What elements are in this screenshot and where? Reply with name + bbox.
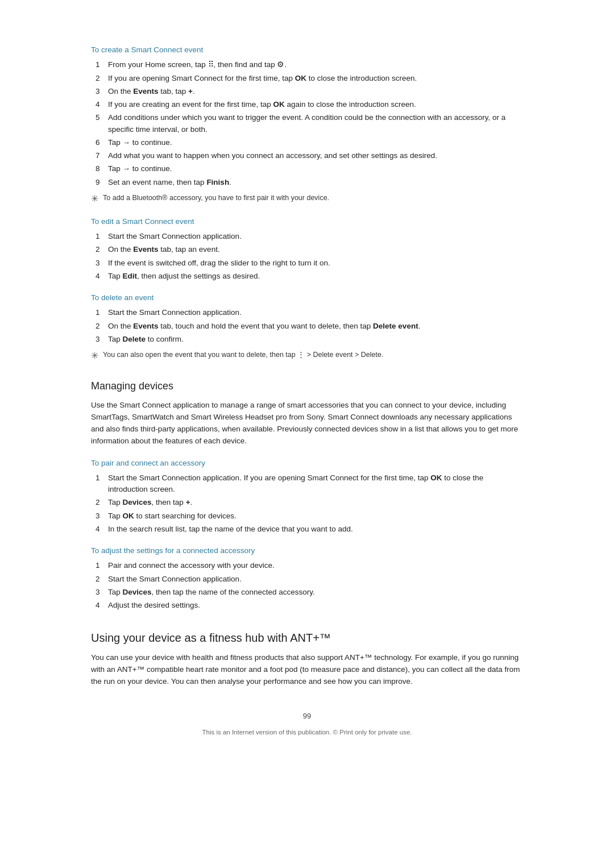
adjust-settings-steps: Pair and connect the accessory with your… [91,560,523,611]
list-item: From your Home screen, tap ⠿, then find … [91,59,523,70]
list-item: Start the Smart Connection application. [91,574,523,585]
edit-event-heading: To edit a Smart Connect event [91,216,523,227]
edit-event-section: To edit a Smart Connect event Start the … [91,216,523,282]
managing-devices-title: Managing devices [91,379,523,394]
list-item: If you are creating an event for the fir… [91,99,523,110]
page: To create a Smart Connect event From you… [0,0,614,868]
create-event-heading: To create a Smart Connect event [91,44,523,56]
tip-text: To add a Bluetooth® accessory, you have … [103,193,523,203]
delete-event-heading: To delete an event [91,292,523,304]
adjust-settings-heading: To adjust the settings for a connected a… [91,545,523,556]
list-item: If you are opening Smart Connect for the… [91,73,523,84]
pair-connect-steps: Start the Smart Connection application. … [91,472,523,535]
list-item: In the search result list, tap the name … [91,524,523,535]
list-item: Tap Devices, then tap the name of the co… [91,587,523,598]
list-item: Add conditions under which you want to t… [91,112,523,135]
managing-devices-body: Use the Smart Connect application to man… [91,400,523,447]
list-item: Tap OK to start searching for devices. [91,510,523,522]
list-item: Tap Edit, then adjust the settings as de… [91,271,523,282]
list-item: Start the Smart Connection application. [91,231,523,242]
list-item: On the Events tab, tap +. [91,86,523,97]
create-event-steps: From your Home screen, tap ⠿, then find … [91,59,523,188]
delete-event-section: To delete an event Start the Smart Conne… [91,292,523,363]
fitness-hub-title: Using your device as a fitness hub with … [91,629,523,646]
fitness-hub-body: You can use your device with health and … [91,652,523,688]
list-item: On the Events tab, tap an event. [91,244,523,255]
fitness-hub-section: Using your device as a fitness hub with … [91,629,523,688]
tip-icon: ✳ [91,192,98,206]
create-event-tip: ✳ To add a Bluetooth® accessory, you hav… [91,193,523,206]
pair-connect-heading: To pair and connect an accessory [91,458,523,469]
list-item: Tap Devices, then tap +. [91,497,523,508]
list-item: Start the Smart Connection application. … [91,472,523,496]
list-item: Set an event name, then tap Finish. [91,177,523,188]
managing-devices-section: Managing devices Use the Smart Connect a… [91,379,523,447]
list-item: Tap → to continue. [91,137,523,148]
list-item: Adjust the desired settings. [91,600,523,611]
tip-text: You can also open the event that you wan… [103,350,523,360]
footer-text: This is an Internet version of this publ… [91,728,523,737]
edit-event-steps: Start the Smart Connection application. … [91,231,523,282]
pair-connect-section: To pair and connect an accessory Start t… [91,458,523,535]
tip-icon: ✳ [91,349,98,363]
list-item: Add what you want to happen when you con… [91,150,523,161]
list-item: Pair and connect the accessory with your… [91,560,523,571]
delete-event-tip: ✳ You can also open the event that you w… [91,350,523,363]
page-number: 99 [91,711,523,722]
delete-event-steps: Start the Smart Connection application. … [91,307,523,345]
list-item: Tap Delete to confirm. [91,334,523,345]
list-item: Tap → to continue. [91,163,523,175]
list-item: On the Events tab, touch and hold the ev… [91,321,523,332]
list-item: If the event is switched off, drag the s… [91,258,523,269]
create-event-section: To create a Smart Connect event From you… [91,44,523,206]
adjust-settings-section: To adjust the settings for a connected a… [91,545,523,611]
list-item: Start the Smart Connection application. [91,307,523,318]
